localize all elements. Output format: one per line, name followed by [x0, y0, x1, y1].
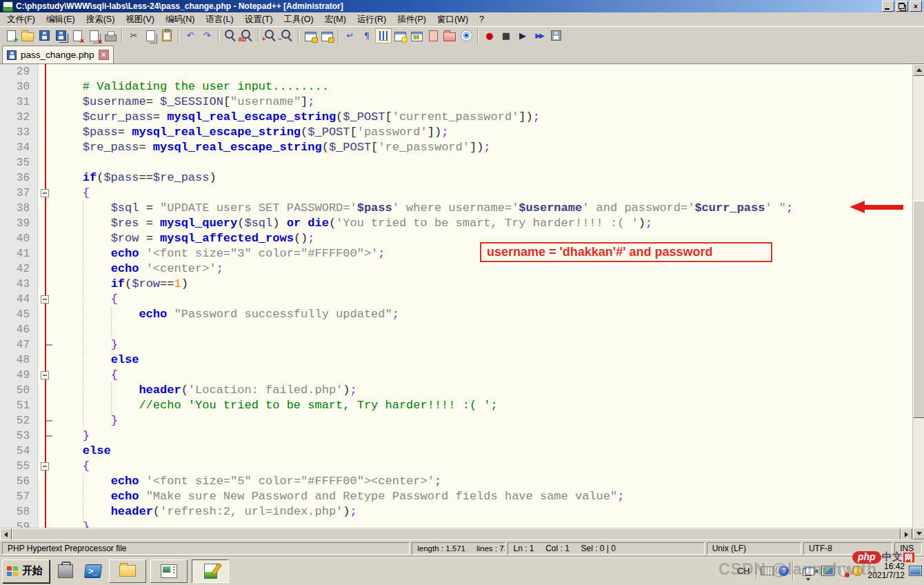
code-line-44[interactable]: 44 { [0, 292, 912, 307]
toolbar-find-icon[interactable] [222, 28, 239, 43]
menu-macro[interactable]: 宏(M) [319, 13, 352, 26]
toolbar-word-wrap-icon[interactable]: ↵ [342, 28, 359, 43]
tray-monitor-icon[interactable] [909, 566, 922, 576]
fold-collapse-icon[interactable] [41, 462, 49, 470]
code-line-47[interactable]: 47 } [0, 337, 912, 353]
code-line-40[interactable]: 40 $row = mysql_affected_rows(); [0, 231, 912, 246]
horizontal-scroll-thumb[interactable] [12, 528, 901, 540]
code-line-58[interactable]: 58 header('refresh:2, url=index.php'); [0, 504, 912, 519]
menu-encoding[interactable]: 编码(N) [160, 13, 200, 26]
code-lines[interactable]: 2930 # Validating the user input........… [0, 64, 912, 528]
close-button[interactable]: × [910, 1, 922, 12]
code-line-52[interactable]: 52 } [0, 413, 912, 428]
toolbar-undo-icon[interactable]: ↶ [182, 28, 199, 43]
toolbar-open-file-icon[interactable] [19, 28, 36, 43]
code-line-56[interactable]: 56 echo '<font size="5" color="#FFFF00">… [0, 474, 912, 489]
code-line-43[interactable]: 43 if($row==1) [0, 277, 912, 292]
toolbar-document-map-icon[interactable] [408, 28, 425, 43]
minimize-button[interactable] [882, 1, 894, 12]
taskbar-button-explorer[interactable] [109, 559, 146, 583]
toolbar-cut-icon[interactable]: ✂ [125, 28, 142, 43]
code-line-45[interactable]: 45 echo "Password successfully updated"; [0, 307, 912, 322]
code-line-46[interactable]: 46 [0, 322, 912, 337]
code-line-29[interactable]: 29 [0, 64, 912, 79]
toolbar-view-in-browser-icon[interactable] [458, 28, 474, 43]
code-line-36[interactable]: 36 if($pass==$re_pass) [0, 170, 912, 186]
menu-search[interactable]: 搜索(S) [81, 13, 121, 26]
toolbar-save-macro-icon[interactable] [548, 28, 564, 43]
code-line-37[interactable]: 37 { [0, 186, 912, 201]
fold-collapse-icon[interactable] [41, 295, 49, 304]
taskbar-button-image-window[interactable] [150, 559, 188, 583]
fold-collapse-icon[interactable] [41, 189, 49, 197]
code-line-31[interactable]: 31 $username= $_SESSION["username"]; [0, 95, 912, 110]
toolbar-save-all-icon[interactable] [52, 28, 69, 43]
menu-file[interactable]: 文件(F) [1, 13, 41, 26]
menu-settings[interactable]: 设置(T) [239, 13, 279, 26]
code-line-35[interactable]: 35 [0, 155, 912, 170]
code-line-54[interactable]: 54 else [0, 444, 912, 459]
menu-language[interactable]: 语言(L) [200, 13, 239, 26]
menu-help[interactable]: ? [474, 14, 490, 25]
code-line-34[interactable]: 34 $re_pass= mysql_real_escape_string($_… [0, 140, 912, 155]
code-line-51[interactable]: 51 //echo 'You tried to be smart, Try ha… [0, 398, 912, 413]
toolbar-start-recording-icon[interactable]: ● [481, 28, 498, 43]
code-line-30[interactable]: 30 # Validating the user input........ [0, 79, 912, 95]
toolbar-run-macro-multiple-icon[interactable]: ▶▶ [531, 28, 548, 43]
scroll-left-button[interactable] [0, 528, 12, 540]
toolbar-sync-scroll-vertical-icon[interactable] [302, 28, 319, 43]
code-line-41[interactable]: 41 echo '<font size="3" color="#FFFF00">… [0, 246, 912, 261]
status-eol-format[interactable]: Unix (LF) [707, 542, 801, 555]
code-line-50[interactable]: 50 header('Location: failed.php'); [0, 383, 912, 398]
scroll-up-button[interactable] [913, 64, 924, 76]
toolbar-playback-macro-icon[interactable]: ▶ [514, 28, 531, 43]
scroll-right-button[interactable] [901, 528, 912, 540]
toolbar-function-completion-icon[interactable] [392, 28, 408, 43]
tab-pass-change[interactable]: pass_change.php × [2, 46, 114, 63]
code-line-32[interactable]: 32 $curr_pass= mysql_real_escape_string(… [0, 110, 912, 125]
code-line-55[interactable]: 55 { [0, 459, 912, 474]
toolbar-zoom-in-icon[interactable]: + [262, 28, 279, 43]
taskbar-button-notepadpp[interactable] [192, 559, 229, 583]
quicklaunch-toolbox[interactable] [54, 560, 77, 582]
code-line-53[interactable]: 53 } [0, 428, 912, 444]
code-line-59[interactable]: 59 } [0, 519, 912, 528]
toolbar-print-icon[interactable] [102, 28, 119, 43]
toolbar-sync-scroll-horizontal-icon[interactable] [319, 28, 335, 43]
code-line-33[interactable]: 33 $pass= mysql_real_escape_string($_POS… [0, 125, 912, 140]
toolbar-stop-recording-icon[interactable]: ■ [498, 28, 514, 43]
restore-button[interactable] [896, 1, 908, 12]
toolbar-close-file-icon[interactable] [69, 28, 86, 43]
code-line-38[interactable]: 38 $sql = "UPDATE users SET PASSWORD='$p… [0, 201, 912, 216]
toolbar-zoom-out-icon[interactable]: − [279, 28, 295, 43]
toolbar-show-all-characters-icon[interactable]: ¶ [359, 28, 375, 43]
toolbar-close-all-icon[interactable] [86, 28, 102, 43]
toolbar-folder-as-workspace-icon[interactable] [441, 28, 458, 43]
start-button[interactable]: 开始 [2, 559, 50, 583]
quicklaunch-powershell[interactable]: >_ [81, 560, 105, 582]
toolbar-save-file-icon[interactable] [36, 28, 52, 43]
code-line-39[interactable]: 39 $res = mysql_query($sql) or die('You … [0, 216, 912, 231]
menu-view[interactable]: 视图(V) [120, 13, 160, 26]
toolbar-paste-icon[interactable] [159, 28, 175, 43]
toolbar-copy-icon[interactable] [142, 28, 159, 43]
code-line-49[interactable]: 49 { [0, 368, 912, 383]
menu-run[interactable]: 运行(R) [352, 13, 392, 26]
menu-window[interactable]: 窗口(W) [432, 13, 474, 26]
tab-close-icon[interactable]: × [99, 50, 109, 60]
vertical-scrollbar[interactable] [912, 64, 924, 539]
menu-plugins[interactable]: 插件(P) [392, 13, 432, 26]
menu-tools[interactable]: 工具(O) [279, 13, 319, 26]
toolbar-redo-icon[interactable]: ↷ [199, 28, 215, 43]
toolbar-new-file-icon[interactable] [3, 28, 19, 43]
code-line-42[interactable]: 42 echo '<center>'; [0, 261, 912, 277]
status-cursor-position[interactable]: Ln : 1 Col : 1 Sel : 0 | 0 [508, 542, 704, 555]
menu-edit[interactable]: 编辑(E) [41, 13, 81, 26]
toolbar-replace-icon[interactable]: ab [239, 28, 255, 43]
scroll-down-button[interactable] [913, 528, 924, 539]
toolbar-document-switcher-icon[interactable] [425, 28, 441, 43]
code-line-48[interactable]: 48 else [0, 353, 912, 368]
horizontal-scrollbar[interactable] [0, 528, 912, 539]
vertical-scroll-thumb[interactable] [913, 201, 924, 418]
toolbar-show-indent-guide-icon[interactable] [375, 28, 392, 43]
